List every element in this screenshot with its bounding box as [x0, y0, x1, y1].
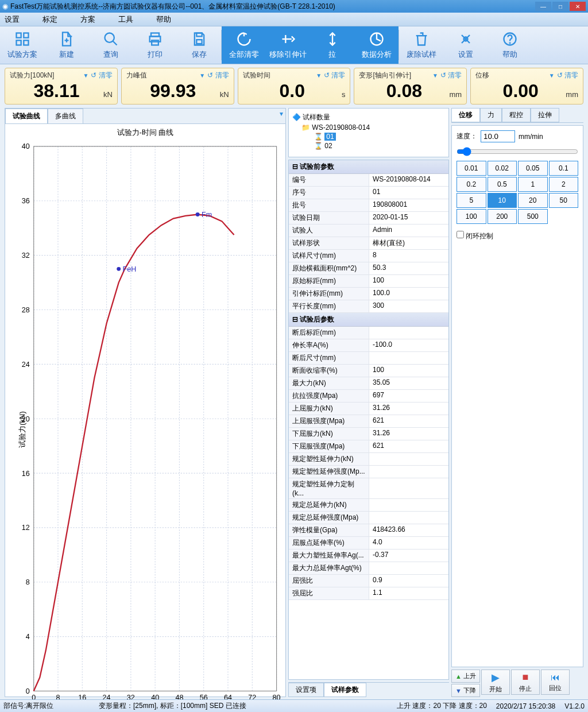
- dropdown-icon[interactable]: ▼: [316, 72, 322, 79]
- closed-loop-checkbox[interactable]: 闭环控制: [457, 232, 493, 240]
- minimize-button[interactable]: —: [535, 2, 551, 11]
- toolbar-remove-button[interactable]: 移除引伸计: [266, 26, 310, 64]
- svg-text:8: 8: [26, 578, 30, 586]
- start-button[interactable]: ▶开始: [481, 670, 510, 695]
- dropdown-icon[interactable]: ▼: [549, 72, 555, 79]
- control-buttons: ▲上升 ▼下降 ▶开始 ■停止 ⏮回位: [451, 670, 583, 697]
- param-row: 下屈服强度(Mpa)621: [289, 440, 448, 453]
- toolbar-zero-button[interactable]: 全部清零: [222, 26, 266, 64]
- param-row: 屈强比0.9: [289, 575, 448, 587]
- speed-preset-100[interactable]: 100: [457, 209, 486, 224]
- status-speed: 上升 速度：20 下降 速度：20: [397, 701, 487, 711]
- param-section-header[interactable]: ⊟ 试验后参数: [289, 313, 448, 327]
- new-icon: [59, 31, 75, 47]
- rtab-tensile[interactable]: 拉伸: [531, 108, 559, 122]
- reset-button[interactable]: ↺ 清零: [207, 71, 229, 80]
- speed-preset-2[interactable]: 2: [549, 177, 579, 192]
- speed-unit: mm/min: [519, 133, 543, 141]
- speed-preset-0.01[interactable]: 0.01: [457, 161, 486, 176]
- param-row: 强屈比1.1: [289, 587, 448, 600]
- reset-button[interactable]: ↺ 清零: [557, 71, 578, 80]
- toolbar-save-button[interactable]: 保存: [177, 26, 221, 64]
- toolbar-print-button[interactable]: 打印: [133, 26, 177, 64]
- speed-preset-20[interactable]: 20: [518, 193, 548, 208]
- toolbar: 试验方案新建查询打印保存 全部清零移除引伸计拉数据分析 废除试样设置帮助: [0, 26, 588, 64]
- chevron-down-icon[interactable]: ▾: [280, 110, 283, 118]
- tree-item-02[interactable]: ⌛ 02: [292, 141, 445, 150]
- speed-preset-500[interactable]: 500: [518, 209, 548, 224]
- toolbar-help-button[interactable]: 帮助: [488, 26, 532, 64]
- return-button[interactable]: ⏮回位: [541, 670, 570, 695]
- tree-sample-set[interactable]: 📁 WS-20190808-014: [292, 123, 445, 132]
- window-title: FastTest万能试验机测控系统--济南方圆试验仪器有限公司--001、金属材…: [10, 2, 535, 11]
- reset-button[interactable]: ↺ 清零: [91, 71, 112, 80]
- rtab-force[interactable]: 力: [480, 108, 502, 122]
- speed-preset-200[interactable]: 200: [488, 209, 517, 224]
- svg-text:20: 20: [22, 415, 30, 423]
- reset-button[interactable]: ↺ 清零: [440, 71, 462, 80]
- svg-text:64: 64: [224, 694, 232, 699]
- speed-preset-1[interactable]: 1: [518, 177, 548, 192]
- svg-text:0: 0: [32, 694, 36, 699]
- down-button[interactable]: ▼下降: [451, 684, 480, 697]
- menu-calibration[interactable]: 标定: [42, 14, 57, 25]
- svg-point-4: [105, 33, 114, 42]
- tab-multi-curve[interactable]: 多曲线: [48, 109, 83, 123]
- param-row: 规定塑性延伸强度(Mp...: [289, 466, 448, 478]
- svg-point-61: [196, 212, 200, 216]
- tree-root[interactable]: 🔷 试样数量: [292, 112, 445, 123]
- toolbar-trash-button[interactable]: 废除试样: [399, 26, 443, 64]
- speed-preset-50[interactable]: 50: [549, 193, 579, 208]
- up-button[interactable]: ▲上升: [451, 670, 480, 683]
- rtab-position[interactable]: 位移: [451, 108, 480, 122]
- param-section-header[interactable]: ⊟ 试验前参数: [289, 160, 448, 174]
- svg-rect-1: [24, 33, 28, 37]
- param-row: 原始横截面积(mm^2)50.3: [289, 262, 448, 275]
- close-button[interactable]: ✕: [570, 2, 586, 11]
- param-row: 批号190808001: [289, 199, 448, 212]
- menu-help[interactable]: 帮助: [156, 14, 171, 25]
- toolbar-analysis-button[interactable]: 数据分析: [354, 26, 399, 64]
- speed-slider[interactable]: [457, 147, 578, 156]
- stop-button[interactable]: ■停止: [511, 670, 540, 695]
- rtab-program[interactable]: 程控: [502, 108, 531, 122]
- toolbar-settings-button[interactable]: 设置: [443, 26, 488, 64]
- svg-text:24: 24: [103, 694, 111, 699]
- display-row: 试验力[100kN]▼↺ 清零38.11kN力峰值▼↺ 清零99.93kN试验时…: [0, 64, 588, 108]
- maximize-button[interactable]: □: [552, 2, 568, 11]
- menu-tools[interactable]: 工具: [118, 14, 133, 25]
- speed-preset-0.1[interactable]: 0.1: [549, 161, 579, 176]
- toolbar-pull-button[interactable]: 拉: [310, 26, 354, 64]
- display-1: 力峰值▼↺ 清零99.93kN: [121, 68, 234, 105]
- svg-text:16: 16: [78, 694, 86, 699]
- dropdown-icon[interactable]: ▼: [432, 72, 438, 79]
- toolbar-scheme-button[interactable]: 试验方案: [0, 26, 44, 64]
- display-value: 0.08: [359, 80, 449, 102]
- toolbar-new-button[interactable]: 新建: [44, 26, 88, 64]
- speed-preset-0.05[interactable]: 0.05: [518, 161, 548, 176]
- speed-preset-10[interactable]: 10: [488, 193, 517, 208]
- speed-preset-5[interactable]: 5: [457, 193, 486, 208]
- speed-preset-0.5[interactable]: 0.5: [488, 177, 517, 192]
- param-row: 最大力塑性延伸率Ag(...-0.37: [289, 550, 448, 562]
- speed-preset-0.02[interactable]: 0.02: [488, 161, 517, 176]
- speed-input[interactable]: [481, 130, 515, 142]
- tree-item-01[interactable]: ⌛ 01: [292, 132, 445, 141]
- dropdown-icon[interactable]: ▼: [83, 72, 89, 79]
- menu-scheme[interactable]: 方案: [80, 14, 95, 25]
- dropdown-icon[interactable]: ▼: [199, 72, 205, 79]
- params-panel: ⊟ 试验前参数编号WS-20190808-014序号01批号190808001试…: [288, 160, 449, 680]
- tab-test-curve[interactable]: 试验曲线: [5, 109, 48, 123]
- param-row: 抗拉强度(Mpa)697: [289, 390, 448, 403]
- btab-sample-params[interactable]: 试样参数: [324, 683, 366, 697]
- svg-text:Fm: Fm: [202, 211, 212, 219]
- btab-settings[interactable]: 设置项: [288, 683, 324, 697]
- svg-text:80: 80: [273, 694, 281, 699]
- toolbar-search-button[interactable]: 查询: [88, 26, 133, 64]
- param-row: 最大力(kN)35.05: [289, 377, 448, 390]
- display-value: 0.0: [243, 80, 342, 102]
- menu-settings[interactable]: 设置: [5, 14, 20, 25]
- reset-button[interactable]: ↺ 清零: [324, 71, 345, 80]
- speed-preset-0.2[interactable]: 0.2: [457, 177, 486, 192]
- analysis-icon: [369, 31, 385, 47]
